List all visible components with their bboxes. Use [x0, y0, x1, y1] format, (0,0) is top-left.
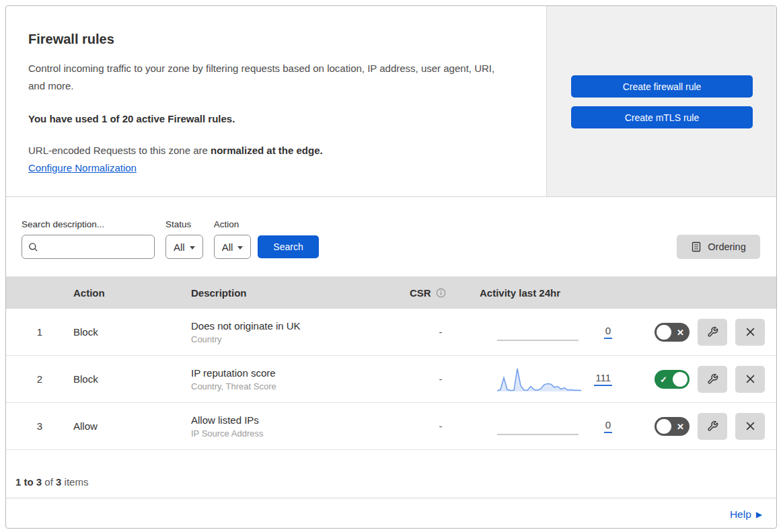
create-firewall-rule-button[interactable]: Create firewall rule [571, 75, 753, 98]
activity-sparkline [497, 365, 581, 393]
search-box [22, 235, 155, 259]
ordering-button-label: Ordering [708, 241, 745, 252]
column-action: Action [73, 287, 191, 299]
action-select-value: All [222, 241, 233, 253]
action-filter-group: Action All [214, 219, 252, 259]
rule-priority: 1 [6, 326, 73, 338]
info-icon[interactable] [436, 288, 446, 298]
wrench-icon [707, 326, 718, 338]
rule-enabled-toggle[interactable]: ✓ ✕ [655, 417, 690, 436]
help-link[interactable]: Help ▶ [730, 508, 762, 521]
rule-fields: IP Source Address [191, 428, 410, 439]
table-row: 1 Block Does not originate in UK Country… [6, 309, 776, 356]
rule-action: Block [73, 373, 191, 385]
edit-rule-button[interactable] [698, 319, 727, 346]
search-group: Search description... [22, 219, 155, 259]
normalization-text: URL-encoded Requests to this zone are [28, 145, 211, 156]
items-range: 1 to 3 [15, 476, 42, 488]
items-of: of [42, 476, 56, 488]
ordering-button[interactable]: Ordering [677, 235, 760, 259]
search-label: Search description... [22, 219, 155, 229]
ordering-list-icon [691, 241, 702, 252]
rule-csr: - [410, 373, 472, 385]
rule-fields: Country, Threat Score [191, 381, 410, 391]
rule-description: IP reputation score Country, Threat Scor… [191, 367, 410, 391]
rule-priority: 3 [6, 420, 73, 432]
help-bar: Help ▶ [6, 498, 776, 529]
chevron-down-icon [190, 246, 195, 250]
rule-description: Allow listed IPs IP Source Address [191, 414, 410, 439]
usage-note: You have used 1 of 20 active Firewall ru… [28, 113, 519, 124]
status-select-value: All [174, 241, 185, 253]
activity-count-link[interactable]: 0 [604, 325, 612, 339]
rule-activity: 111 [472, 365, 630, 393]
close-icon [745, 374, 755, 384]
page-description: Control incoming traffic to your zone by… [28, 60, 513, 95]
edit-rule-button[interactable] [698, 366, 727, 393]
delete-rule-button[interactable] [735, 319, 765, 346]
column-activity: Activity last 24hr [472, 287, 630, 299]
rule-enabled-toggle[interactable]: ✓ ✕ [655, 370, 690, 389]
delete-rule-button[interactable] [735, 366, 765, 393]
rule-title: Allow listed IPs [191, 414, 410, 426]
rule-csr: - [410, 326, 472, 338]
status-filter-group: Status All [165, 219, 203, 259]
toggle-knob [673, 372, 687, 387]
activity-sparkline [497, 318, 581, 346]
rule-controls: ✓ ✕ [630, 366, 776, 393]
toggle-knob [657, 325, 671, 340]
chevron-down-icon [237, 246, 243, 250]
rule-fields: Country [191, 334, 410, 344]
rule-controls: ✓ ✕ [630, 413, 776, 440]
table-row: 3 Allow Allow listed IPs IP Source Addre… [6, 403, 776, 450]
items-word: items [61, 476, 88, 488]
close-icon [745, 327, 755, 337]
page-title: Firewall rules [28, 32, 519, 47]
rule-description: Does not originate in UK Country [191, 320, 410, 344]
header-content: Firewall rules Control incoming traffic … [6, 6, 546, 196]
action-select[interactable]: All [214, 235, 252, 259]
wrench-icon [707, 373, 718, 385]
edit-rule-button[interactable] [698, 413, 727, 440]
status-select[interactable]: All [165, 235, 203, 259]
rule-title: Does not originate in UK [191, 320, 410, 332]
search-input[interactable] [43, 241, 148, 252]
rule-csr: - [410, 420, 472, 432]
rule-activity: 0 [472, 318, 630, 346]
pagination-summary: 1 to 3 of 3 items [6, 450, 776, 498]
actions-panel: Create firewall rule Create mTLS rule [546, 6, 776, 196]
toggle-knob [657, 419, 671, 434]
x-icon: ✕ [677, 328, 684, 336]
configure-normalization-link[interactable]: Configure Normalization [28, 162, 137, 174]
table-row: 2 Block IP reputation score Country, Thr… [6, 356, 776, 403]
activity-count-link[interactable]: 0 [604, 419, 612, 433]
rule-title: IP reputation score [191, 367, 410, 379]
close-icon [745, 421, 755, 431]
wrench-icon [707, 420, 718, 432]
delete-rule-button[interactable] [735, 413, 765, 440]
firewall-rules-card: Firewall rules Control incoming traffic … [5, 5, 777, 529]
search-icon [28, 242, 38, 252]
activity-count-link[interactable]: 111 [594, 372, 612, 386]
rule-activity: 0 [472, 412, 630, 441]
normalization-bold: normalized at the edge. [211, 145, 323, 156]
rule-action: Allow [73, 420, 191, 432]
rule-controls: ✓ ✕ [630, 319, 776, 346]
create-mtls-rule-button[interactable]: Create mTLS rule [571, 106, 753, 128]
help-link-label: Help [730, 508, 751, 521]
check-icon: ✓ [660, 375, 667, 383]
column-csr-label: CSR [410, 287, 431, 299]
normalization-note: URL-encoded Requests to this zone are no… [28, 145, 519, 156]
search-button[interactable]: Search [258, 235, 318, 258]
rule-action: Block [73, 326, 191, 338]
status-label: Status [165, 219, 203, 229]
header-section: Firewall rules Control incoming traffic … [6, 6, 776, 197]
rule-enabled-toggle[interactable]: ✓ ✕ [655, 323, 690, 342]
activity-sparkline [497, 412, 581, 441]
action-label: Action [214, 219, 252, 229]
arrow-right-icon: ▶ [756, 510, 762, 519]
table-header: Action Description CSR Activity last 24h… [6, 276, 776, 309]
column-description: Description [191, 287, 410, 299]
rule-priority: 2 [6, 373, 73, 385]
x-icon: ✕ [677, 422, 684, 430]
